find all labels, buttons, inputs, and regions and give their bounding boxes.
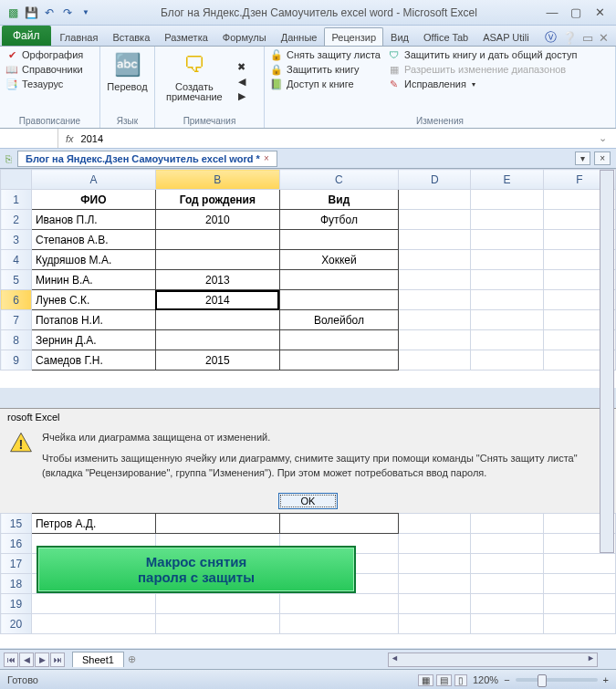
cell[interactable] <box>399 574 471 594</box>
save-icon[interactable]: 💾 <box>24 5 38 20</box>
translate-button[interactable]: 🔤 Перевод <box>106 48 149 94</box>
cell[interactable]: Год рождения <box>155 190 279 210</box>
cell[interactable]: 2014 <box>155 290 279 310</box>
sheet-nav-next-icon[interactable]: ▶ <box>35 652 49 667</box>
cell[interactable]: Футбол <box>279 210 398 230</box>
doc-strip-menu-icon[interactable]: ▾ <box>575 151 590 165</box>
maximize-icon[interactable]: ▢ <box>569 5 583 19</box>
row-header[interactable]: 8 <box>1 330 32 350</box>
cell[interactable] <box>399 310 471 330</box>
cell[interactable] <box>471 594 543 614</box>
cell[interactable] <box>471 534 543 554</box>
ok-button[interactable]: OK <box>278 493 339 509</box>
zoom-value[interactable]: 120% <box>473 674 498 685</box>
row-header[interactable]: 18 <box>1 574 32 594</box>
row-header[interactable]: 2 <box>1 210 32 230</box>
cell[interactable]: Петров А.Д. <box>31 514 155 534</box>
row-header[interactable]: 5 <box>1 270 32 290</box>
cell[interactable] <box>399 330 471 350</box>
cell[interactable] <box>279 594 398 614</box>
cell[interactable] <box>399 350 471 371</box>
view-layout-icon[interactable]: ▤ <box>436 674 452 686</box>
cell[interactable]: Лунев С.К. <box>31 290 155 310</box>
cell[interactable] <box>155 594 279 614</box>
tab-review[interactable]: Рецензир <box>324 27 383 46</box>
cell[interactable] <box>155 250 279 270</box>
protect-share-button[interactable]: 🛡Защитить книгу и дать общий доступ <box>388 48 577 61</box>
cell[interactable] <box>279 350 398 371</box>
doc-close-icon[interactable]: ✕ <box>599 31 609 45</box>
qat-dropdown-icon[interactable]: ▼ <box>78 5 93 20</box>
doc-strip-close-icon[interactable]: × <box>594 151 611 165</box>
cell[interactable] <box>31 594 155 614</box>
cell[interactable]: 2010 <box>155 210 279 230</box>
view-normal-icon[interactable]: ▦ <box>418 674 433 686</box>
tab-view[interactable]: Вид <box>383 27 416 46</box>
cell[interactable] <box>279 514 398 534</box>
cell[interactable] <box>155 310 279 330</box>
cell[interactable] <box>399 554 471 574</box>
tab-insert[interactable]: Вставка <box>105 27 157 46</box>
tab-home[interactable]: Главная <box>53 27 106 46</box>
cell[interactable]: Иванов П.Л. <box>31 210 155 230</box>
row-header[interactable]: 3 <box>1 230 32 250</box>
cell[interactable]: Минин В.А. <box>31 270 155 290</box>
cell[interactable] <box>155 614 279 634</box>
spreadsheet-grid-lower[interactable]: 15Петров А.Д.1617181920 Макрос снятия па… <box>0 513 616 648</box>
row-header[interactable]: 6 <box>1 290 32 310</box>
cell[interactable] <box>543 614 615 634</box>
cell[interactable] <box>399 190 471 210</box>
fx-icon[interactable]: fx <box>58 133 81 144</box>
cell[interactable] <box>471 330 543 350</box>
cell[interactable] <box>399 290 471 310</box>
cell[interactable] <box>471 514 543 534</box>
row-header[interactable]: 7 <box>1 310 32 330</box>
column-header[interactable]: A <box>31 170 155 190</box>
cell[interactable] <box>543 574 615 594</box>
tab-layout[interactable]: Разметка <box>157 27 215 46</box>
vertical-scrollbar[interactable] <box>600 170 614 553</box>
row-header[interactable]: 19 <box>1 594 32 614</box>
cell[interactable] <box>31 614 155 634</box>
cell[interactable] <box>399 614 471 634</box>
row-header[interactable]: 16 <box>1 534 32 554</box>
column-header[interactable]: D <box>399 170 471 190</box>
cell[interactable]: Хоккей <box>279 250 398 270</box>
cell[interactable]: ФИО <box>31 190 155 210</box>
help-icon[interactable]: ❔ <box>562 31 577 45</box>
share-workbook-button[interactable]: 📗Доступ к книге <box>270 78 381 90</box>
cell[interactable] <box>279 330 398 350</box>
track-changes-button[interactable]: ✎Исправления▾ <box>388 78 577 90</box>
row-header[interactable]: 20 <box>1 614 32 634</box>
cell[interactable]: Волейбол <box>279 310 398 330</box>
protect-workbook-button[interactable]: 🔒Защитить книгу <box>270 63 381 76</box>
cell[interactable] <box>399 210 471 230</box>
cell[interactable]: Зернин Д.А. <box>31 330 155 350</box>
cell[interactable] <box>155 330 279 350</box>
tab-data[interactable]: Данные <box>274 27 325 46</box>
cell[interactable] <box>471 230 543 250</box>
undo-icon[interactable]: ↶ <box>42 5 57 20</box>
tab-file[interactable]: Файл <box>2 26 51 46</box>
research-button[interactable]: 📖Справочники <box>5 63 94 76</box>
zoom-slider[interactable] <box>516 678 598 682</box>
name-box[interactable] <box>4 129 58 148</box>
tab-asap[interactable]: ASAP Utili <box>475 27 537 46</box>
sheet-nav-prev-icon[interactable]: ◀ <box>19 652 34 667</box>
cell[interactable] <box>471 310 543 330</box>
cell[interactable]: 2013 <box>155 270 279 290</box>
row-header[interactable]: 9 <box>1 350 32 371</box>
cell[interactable] <box>543 594 615 614</box>
cell[interactable]: Вид <box>279 190 398 210</box>
cell[interactable] <box>399 250 471 270</box>
cell[interactable] <box>155 514 279 534</box>
formula-expand-icon[interactable]: ⌄ <box>593 132 612 144</box>
column-header[interactable]: C <box>279 170 398 190</box>
redo-icon[interactable]: ↷ <box>60 5 75 20</box>
ribbon-opts-icon[interactable]: ▭ <box>582 31 593 45</box>
macro-shape[interactable]: Макрос снятия пароля с защиты <box>37 546 356 593</box>
formula-input[interactable]: 2014 <box>81 133 593 144</box>
view-break-icon[interactable]: ▯ <box>454 674 467 686</box>
cell[interactable] <box>155 230 279 250</box>
row-header[interactable]: 1 <box>1 190 32 210</box>
